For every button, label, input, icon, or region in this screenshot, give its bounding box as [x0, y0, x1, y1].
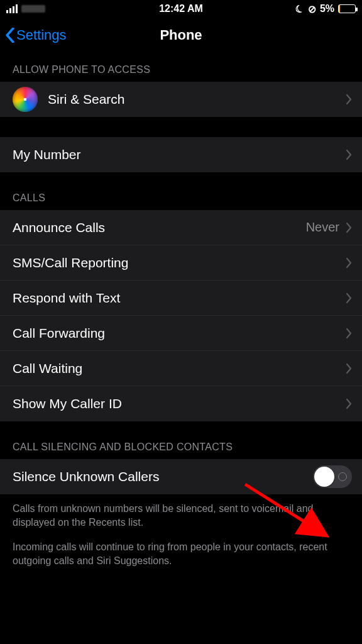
nav-bar: Settings Phone: [0, 18, 362, 53]
row-announce-calls[interactable]: Announce Calls Never: [0, 210, 362, 245]
row-respond-with-text[interactable]: Respond with Text: [0, 280, 362, 316]
row-my-number[interactable]: My Number: [0, 137, 362, 172]
chevron-right-icon: [346, 150, 352, 160]
sms-call-reporting-label: SMS/Call Reporting: [13, 255, 346, 270]
silence-unknown-label: Silence Unknown Callers: [13, 469, 313, 484]
group-allow-access: Siri & Search: [0, 82, 362, 117]
group-calls: Announce Calls Never SMS/Call Reporting …: [0, 210, 362, 421]
section-header-allow-access: ALLOW PHONE TO ACCESS: [0, 53, 362, 82]
announce-calls-value: Never: [306, 220, 339, 235]
orientation-lock-icon: ⊘: [308, 3, 316, 15]
footer-text-1: Calls from unknown numbers will be silen…: [0, 494, 362, 531]
row-silence-unknown-callers[interactable]: Silence Unknown Callers: [0, 459, 362, 494]
status-bar: 12:42 AM ☾ ⊘ 5%: [0, 0, 362, 18]
silence-unknown-toggle[interactable]: [313, 465, 352, 488]
toggle-off-indicator-icon: [338, 472, 347, 481]
footer-text-2: Incoming calls will continue to ring fro…: [0, 531, 362, 570]
call-forwarding-label: Call Forwarding: [13, 326, 346, 341]
chevron-right-icon: [346, 399, 352, 409]
group-silencing: Silence Unknown Callers: [0, 459, 362, 494]
group-my-number: My Number: [0, 137, 362, 172]
my-number-label: My Number: [13, 147, 346, 162]
announce-calls-label: Announce Calls: [13, 220, 306, 235]
chevron-right-icon: [346, 94, 352, 104]
battery-percent: 5%: [320, 3, 334, 14]
chevron-right-icon: [346, 258, 352, 268]
call-waiting-label: Call Waiting: [13, 361, 346, 376]
respond-text-label: Respond with Text: [13, 291, 346, 306]
toggle-knob: [314, 467, 334, 487]
row-sms-call-reporting[interactable]: SMS/Call Reporting: [0, 245, 362, 280]
chevron-right-icon: [346, 364, 352, 374]
show-caller-id-label: Show My Caller ID: [13, 396, 346, 411]
siri-icon: [13, 87, 38, 112]
chevron-right-icon: [346, 223, 352, 233]
battery-icon: [338, 4, 356, 13]
signal-icon: [6, 4, 18, 13]
status-right: ☾ ⊘ 5%: [295, 3, 356, 15]
row-call-waiting[interactable]: Call Waiting: [0, 351, 362, 386]
chevron-right-icon: [346, 328, 352, 338]
page-title: Phone: [0, 27, 362, 43]
chevron-right-icon: [346, 293, 352, 303]
dnd-moon-icon: ☾: [293, 2, 306, 16]
status-left: [6, 4, 45, 13]
section-header-calls: CALLS: [0, 172, 362, 210]
carrier-label: [21, 5, 45, 13]
row-show-caller-id[interactable]: Show My Caller ID: [0, 386, 362, 421]
content-scroll[interactable]: ALLOW PHONE TO ACCESS Siri & Search My N…: [0, 53, 362, 644]
row-siri-search[interactable]: Siri & Search: [0, 82, 362, 117]
siri-search-label: Siri & Search: [48, 92, 346, 107]
section-header-silencing: CALL SILENCING AND BLOCKED CONTACTS: [0, 421, 362, 459]
row-call-forwarding[interactable]: Call Forwarding: [0, 316, 362, 351]
